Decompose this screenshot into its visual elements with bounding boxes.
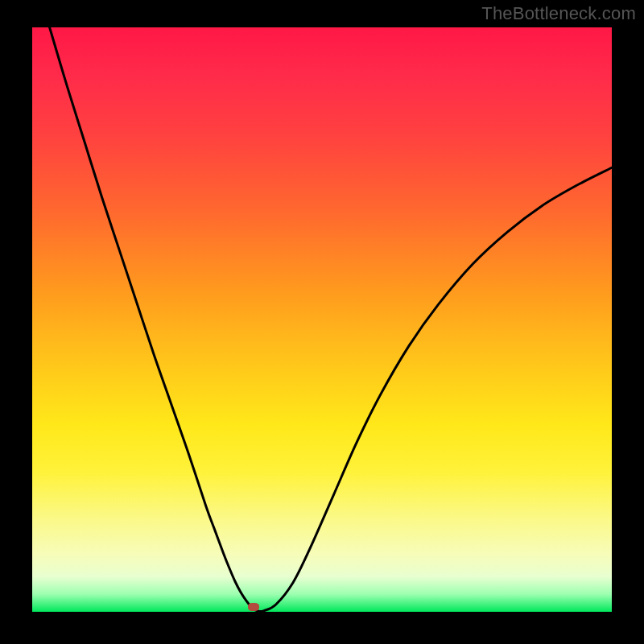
bottleneck-curve [32,27,612,612]
plot-area [32,27,612,612]
chart-frame: TheBottleneck.com [0,0,644,644]
watermark-text: TheBottleneck.com [481,3,636,24]
optimum-marker-icon [248,603,259,611]
